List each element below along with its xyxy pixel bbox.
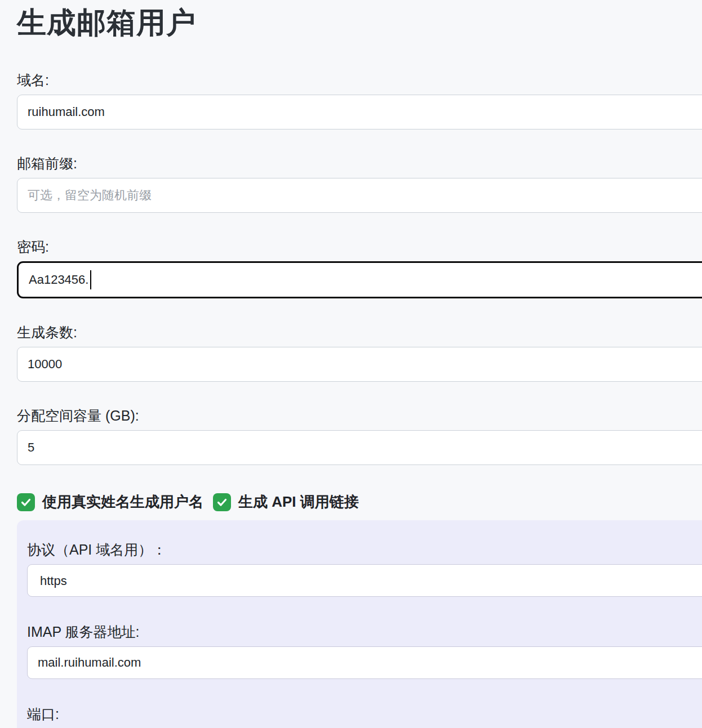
api-settings-panel: 协议（API 域名用）： https IMAP 服务器地址: 端口: (17, 520, 702, 728)
check-icon (20, 497, 32, 508)
api-link-check-group: 生成 API 调用链接 (213, 492, 359, 512)
prefix-input-wrap (17, 178, 702, 213)
real-name-check-group: 使用真实姓名生成用户名 (17, 492, 203, 512)
prefix-field-group: 邮箱前缀: (17, 154, 702, 213)
password-input-wrap (17, 261, 702, 298)
text-caret (90, 270, 91, 289)
count-input-wrap (17, 347, 702, 382)
check-icon (216, 497, 228, 508)
imap-field-group: IMAP 服务器地址: (27, 623, 702, 679)
use-real-name-checkbox[interactable] (17, 493, 35, 511)
quota-field-group: 分配空间容量 (GB): (17, 407, 702, 465)
page-title: 生成邮箱用户 (17, 3, 702, 43)
checkbox-row: 使用真实姓名生成用户名 生成 API 调用链接 (17, 492, 702, 512)
generate-api-link-label: 生成 API 调用链接 (238, 492, 359, 512)
imap-input-wrap (27, 646, 702, 679)
domain-input[interactable] (17, 95, 702, 129)
protocol-field-group: 协议（API 域名用）： https (27, 541, 702, 597)
password-label: 密码: (17, 238, 702, 256)
generate-api-link-checkbox[interactable] (213, 493, 231, 511)
prefix-label: 邮箱前缀: (17, 154, 702, 173)
count-input[interactable] (17, 347, 702, 382)
quota-input[interactable] (17, 430, 702, 465)
port-field-group: 端口: (27, 705, 702, 728)
domain-field-group: 域名: (17, 71, 702, 129)
protocol-select[interactable]: https (27, 564, 702, 597)
count-label: 生成条数: (17, 323, 702, 342)
port-label: 端口: (27, 705, 702, 723)
count-field-group: 生成条数: (17, 323, 702, 382)
quota-input-wrap (17, 430, 702, 465)
password-field-group: 密码: (17, 238, 702, 298)
domain-input-wrap (17, 95, 702, 129)
password-input[interactable] (17, 261, 702, 298)
protocol-label: 协议（API 域名用）： (27, 541, 702, 559)
domain-label: 域名: (17, 71, 702, 90)
imap-label: IMAP 服务器地址: (27, 623, 702, 641)
use-real-name-label: 使用真实姓名生成用户名 (42, 492, 203, 512)
imap-server-input[interactable] (27, 646, 702, 679)
prefix-input[interactable] (17, 178, 702, 213)
quota-label: 分配空间容量 (GB): (17, 407, 702, 425)
page-content: 生成邮箱用户 域名: 邮箱前缀: 密码: 生成条数: 分配空间容量 (GB): (0, 0, 702, 728)
